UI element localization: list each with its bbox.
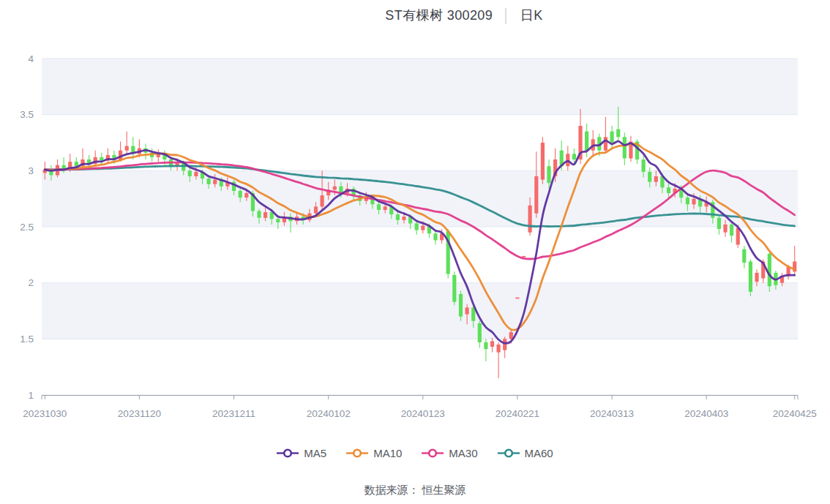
candlestick-chart[interactable]: 11.522.533.54202310302023112020231211202… [0, 0, 830, 504]
line-series-icon [346, 448, 368, 459]
x-axis [42, 396, 798, 400]
svg-text:20240403: 20240403 [684, 408, 728, 419]
price-bands [42, 59, 798, 339]
data-source-label: 数据来源： 恒生聚源 [0, 484, 830, 497]
svg-text:2.5: 2.5 [20, 222, 34, 233]
line-series-icon [422, 448, 444, 459]
legend-item-ma60[interactable]: MA60 [498, 447, 553, 459]
legend-label: MA60 [525, 447, 553, 459]
line-series-icon [498, 448, 520, 459]
legend-item-ma5[interactable]: MA5 [277, 447, 326, 459]
svg-text:20240123: 20240123 [401, 408, 445, 419]
svg-text:20231120: 20231120 [118, 408, 161, 419]
svg-text:1: 1 [28, 390, 34, 401]
y-axis-labels: 11.522.533.54 [20, 53, 34, 401]
svg-text:4: 4 [28, 53, 34, 64]
svg-text:20240102: 20240102 [307, 408, 351, 419]
svg-text:20231211: 20231211 [212, 408, 255, 419]
legend-label: MA10 [373, 447, 402, 459]
kline-chart-panel: ST有棵树 300209│日K 11.522.533.5420231030202… [0, 0, 830, 504]
legend-label: MA5 [304, 447, 326, 459]
x-axis-labels: 2023103020231120202312112024010220240123… [23, 408, 816, 419]
svg-text:1.5: 1.5 [20, 334, 34, 345]
svg-text:2: 2 [28, 277, 34, 288]
svg-text:20240221: 20240221 [496, 408, 539, 419]
chart-legend: MA5MA10MA30MA60 [0, 447, 830, 459]
legend-item-ma10[interactable]: MA10 [346, 447, 402, 459]
line-series-icon [277, 448, 299, 459]
svg-text:3: 3 [28, 165, 34, 176]
legend-item-ma30[interactable]: MA30 [422, 447, 477, 459]
svg-text:20240425: 20240425 [773, 408, 817, 419]
svg-text:20231030: 20231030 [23, 408, 67, 419]
svg-text:20240313: 20240313 [590, 408, 634, 419]
svg-text:3.5: 3.5 [20, 109, 34, 120]
legend-label: MA30 [449, 447, 477, 459]
